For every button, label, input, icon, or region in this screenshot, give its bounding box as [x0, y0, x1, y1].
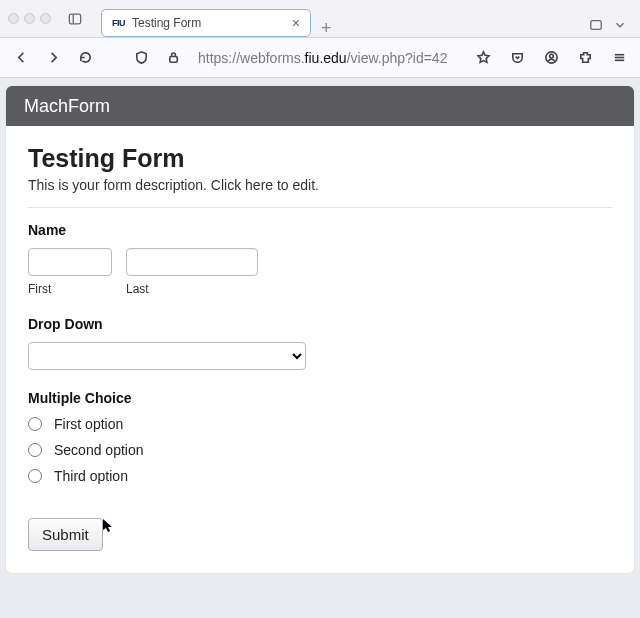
- divider: [28, 207, 612, 208]
- nav-forward-button[interactable]: [40, 45, 66, 71]
- pocket-icon[interactable]: [504, 45, 530, 71]
- radio-option-2[interactable]: Second option: [28, 442, 612, 458]
- radio-option-3[interactable]: Third option: [28, 468, 612, 484]
- first-name-sublabel: First: [28, 282, 112, 296]
- page-viewport: MachForm Testing Form This is your form …: [0, 78, 640, 581]
- radio-option-1[interactable]: First option: [28, 416, 612, 432]
- bookmark-star-icon[interactable]: [470, 45, 496, 71]
- name-label: Name: [28, 222, 612, 238]
- submit-button[interactable]: Submit: [28, 518, 103, 551]
- last-name-input[interactable]: [126, 248, 258, 276]
- radio-input-2[interactable]: [28, 443, 42, 457]
- dropdown-select[interactable]: [28, 342, 306, 370]
- radio-label-1: First option: [54, 416, 123, 432]
- tabs-overview-button[interactable]: [584, 13, 608, 37]
- form-title: Testing Form: [28, 144, 612, 173]
- svg-rect-3: [169, 57, 177, 63]
- active-tab[interactable]: FIU Testing Form ×: [101, 9, 311, 37]
- new-tab-button[interactable]: +: [321, 19, 332, 37]
- account-icon[interactable]: [538, 45, 564, 71]
- sidebar-toggle[interactable]: [63, 7, 87, 31]
- tab-close-icon[interactable]: ×: [292, 16, 300, 30]
- nav-reload-button[interactable]: [72, 45, 98, 71]
- svg-point-5: [549, 54, 553, 58]
- app-menu-icon[interactable]: [606, 45, 632, 71]
- brand-title: MachForm: [24, 96, 110, 117]
- window-titlebar: FIU Testing Form × +: [0, 0, 640, 38]
- radio-label-2: Second option: [54, 442, 144, 458]
- traffic-zoom[interactable]: [40, 13, 51, 24]
- last-name-sublabel: Last: [126, 282, 258, 296]
- tab-strip: FIU Testing Form × +: [101, 0, 632, 37]
- form-card: MachForm Testing Form This is your form …: [6, 86, 634, 573]
- first-name-input[interactable]: [28, 248, 112, 276]
- address-bar[interactable]: https://webforms.fiu.edu/view.php?id=42: [192, 50, 464, 66]
- form-body: Testing Form This is your form descripti…: [6, 126, 634, 573]
- traffic-minimize[interactable]: [24, 13, 35, 24]
- lock-icon[interactable]: [160, 45, 186, 71]
- tab-title: Testing Form: [132, 16, 285, 30]
- radio-list: First option Second option Third option: [28, 416, 612, 484]
- tab-favicon: FIU: [112, 18, 125, 28]
- tabs-dropdown-button[interactable]: [608, 13, 632, 37]
- name-row: First Last: [28, 248, 612, 296]
- url-text: https://webforms.fiu.edu/view.php?id=42: [198, 50, 447, 66]
- window-controls: [8, 13, 51, 24]
- radio-label-3: Third option: [54, 468, 128, 484]
- form-description[interactable]: This is your form description. Click her…: [28, 177, 612, 193]
- radio-input-1[interactable]: [28, 417, 42, 431]
- nav-back-button[interactable]: [8, 45, 34, 71]
- extensions-icon[interactable]: [572, 45, 598, 71]
- multiple-choice-label: Multiple Choice: [28, 390, 612, 406]
- tracking-shield-icon[interactable]: [128, 45, 154, 71]
- dropdown-label: Drop Down: [28, 316, 612, 332]
- browser-toolbar: https://webforms.fiu.edu/view.php?id=42: [0, 38, 640, 78]
- svg-rect-2: [591, 21, 602, 30]
- traffic-close[interactable]: [8, 13, 19, 24]
- radio-input-3[interactable]: [28, 469, 42, 483]
- svg-rect-0: [69, 14, 80, 24]
- brand-header: MachForm: [6, 86, 634, 126]
